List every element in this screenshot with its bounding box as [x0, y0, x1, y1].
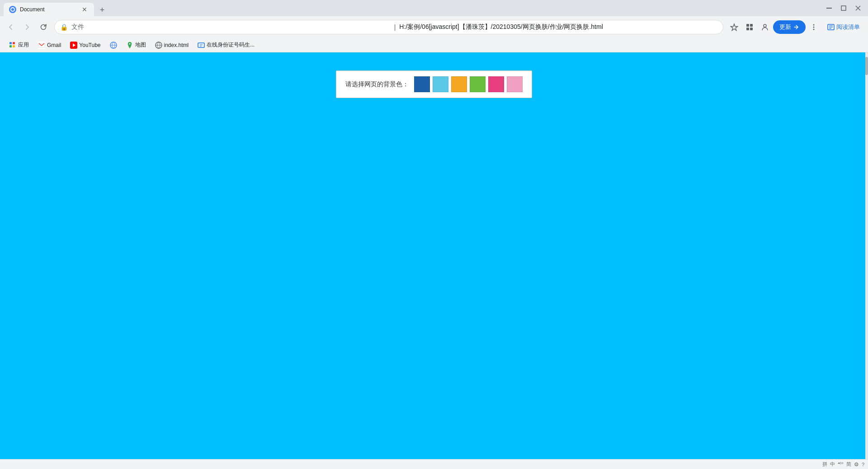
title-bar: Document ✕ + [0, 0, 868, 16]
tab-close-button[interactable]: ✕ [80, 5, 89, 14]
tab-strip: Document ✕ + [4, 0, 819, 16]
svg-rect-17 [13, 42, 15, 44]
color-swatches [414, 76, 523, 92]
maximize-button[interactable] [837, 2, 850, 14]
ime-settings[interactable]: ⚙ [854, 461, 859, 468]
reading-list-label: 阅读清单 [836, 23, 860, 31]
favicon-inner [10, 7, 15, 12]
active-tab[interactable]: Document ✕ [4, 3, 94, 16]
bookmark-id-label: 在线身份证号码生... [207, 41, 255, 49]
ime-simplified[interactable]: 简 [846, 461, 851, 468]
bookmark-maps-label: 地图 [135, 41, 146, 49]
svg-rect-7 [750, 28, 753, 30]
svg-point-10 [813, 27, 815, 28]
selector-label: 请选择网页的背景色： [345, 80, 409, 89]
ime-help[interactable]: ? [862, 462, 864, 467]
toolbar-actions: 更新 [727, 20, 821, 34]
svg-rect-16 [9, 42, 12, 44]
minimize-button[interactable] [823, 2, 835, 14]
reload-button[interactable] [36, 20, 51, 34]
reading-list-button[interactable]: 阅读清单 [823, 21, 864, 33]
browser-window: Document ✕ + [0, 0, 868, 469]
bookmark-gmail[interactable]: Gmail [34, 40, 65, 51]
svg-point-11 [813, 29, 815, 30]
svg-rect-4 [746, 24, 749, 27]
bookmark-button[interactable] [727, 20, 741, 34]
scrollbar-thumb[interactable] [865, 57, 868, 75]
new-tab-button[interactable]: + [96, 4, 108, 16]
nav-bar: 🔒 文件 | H:/案例/06[javascript]【潘珠茨】/2021030… [0, 16, 868, 38]
scrollbar-track [865, 52, 868, 469]
status-bar: 拼 中 ⁴⁰° 简 ⚙ ? [0, 459, 868, 469]
close-button[interactable] [852, 2, 864, 14]
svg-rect-1 [841, 6, 846, 10]
address-separator: | [394, 23, 396, 31]
svg-point-8 [764, 24, 766, 27]
swatch-cyan[interactable] [433, 76, 448, 92]
update-button[interactable]: 更新 [773, 20, 806, 34]
svg-rect-19 [13, 45, 15, 47]
menu-button[interactable] [807, 20, 821, 34]
swatch-green[interactable] [470, 76, 486, 92]
svg-point-26 [129, 43, 130, 44]
page-content: 请选择网页的背景色： [0, 52, 868, 469]
ime-area: 拼 中 ⁴⁰° 简 ⚙ ? [822, 461, 864, 468]
bookmark-youtube[interactable]: YouTube [66, 40, 104, 51]
svg-rect-18 [9, 45, 12, 47]
color-selector-box: 请选择网页的背景色： [336, 70, 532, 98]
svg-rect-5 [750, 24, 753, 27]
ime-keyboard[interactable]: 拼 [822, 461, 827, 468]
bookmark-index[interactable]: index.html [151, 40, 193, 51]
ime-chinese[interactable]: 中 [830, 461, 835, 468]
swatch-blue[interactable] [414, 76, 430, 92]
update-label: 更新 [779, 23, 791, 31]
address-path: H:/案例/06[javascript]【潘珠茨】/20210305/网页换肤/… [399, 23, 717, 31]
back-button[interactable] [4, 20, 18, 34]
address-bar[interactable]: 🔒 文件 | H:/案例/06[javascript]【潘珠茨】/2021030… [54, 20, 723, 34]
bookmarks-bar: 应用 Gmail YouTube [0, 38, 868, 52]
window-controls [819, 2, 868, 14]
bookmark-index-label: index.html [164, 42, 189, 48]
swatch-lightpink[interactable] [507, 76, 523, 92]
svg-point-9 [813, 24, 815, 26]
bookmark-web[interactable] [106, 40, 121, 51]
profile-button[interactable] [758, 20, 772, 34]
bookmark-id[interactable]: 在线身份证号码生... [194, 39, 258, 51]
forward-button[interactable] [20, 20, 34, 34]
svg-rect-29 [198, 43, 204, 47]
tab-title: Document [20, 6, 77, 13]
swatch-pink[interactable] [488, 76, 504, 92]
swatch-orange[interactable] [451, 76, 467, 92]
extensions-button[interactable] [742, 20, 757, 34]
address-protocol: 文件 [71, 23, 390, 31]
svg-rect-6 [746, 28, 749, 30]
bookmark-youtube-label: YouTube [79, 42, 100, 48]
bookmark-gmail-label: Gmail [47, 42, 61, 48]
bookmark-maps[interactable]: 地图 [123, 39, 150, 51]
svg-rect-0 [826, 8, 832, 9]
bookmark-apps-label: 应用 [18, 41, 29, 49]
address-icon: 🔒 [60, 23, 68, 31]
tab-favicon [9, 6, 16, 13]
ime-extra: ⁴⁰° [838, 461, 843, 467]
bookmark-apps[interactable]: 应用 [5, 39, 33, 51]
